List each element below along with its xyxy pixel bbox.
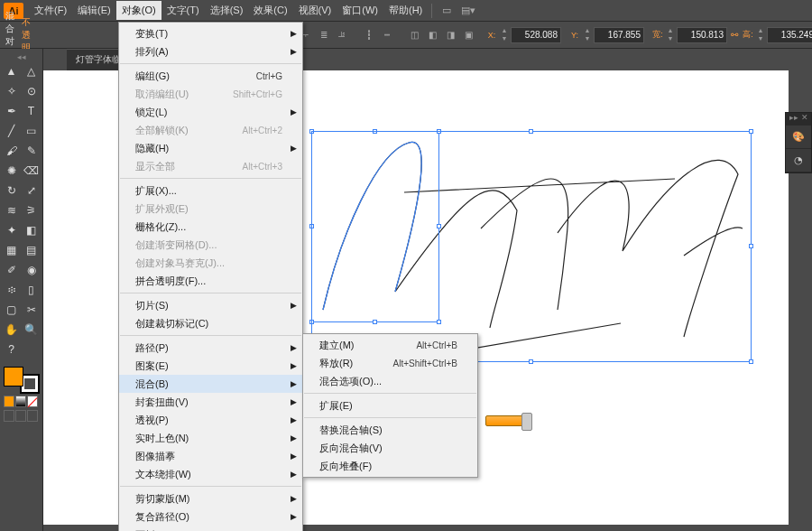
x-input[interactable] [511,27,561,43]
tool-line[interactable]: ╱ [2,121,22,141]
tool-eraser[interactable]: ⌫ [22,161,42,181]
y-up[interactable]: ▲ [583,27,592,35]
tool-blob[interactable]: ✺ [2,161,22,181]
tool-scale[interactable]: ⤢ [22,181,42,200]
dock-header[interactable]: ▸▸ ✕ [786,113,811,126]
object-menu-item-26[interactable]: 图像描摹▶ [119,447,302,465]
object-menu-item-17[interactable]: 切片(S)▶ [119,296,302,314]
color-swatch[interactable] [4,367,40,394]
object-menu-item-20[interactable]: 路径(P)▶ [119,339,302,357]
tool-wand[interactable]: ✧ [2,81,22,101]
tool-rect[interactable]: ▭ [22,121,42,141]
y-down[interactable]: ▼ [583,35,592,43]
menubar-item-0[interactable]: 文件(F) [29,1,72,20]
object-menu-item-21[interactable]: 图案(E)▶ [119,357,302,375]
tool-pen[interactable]: ✒ [2,101,22,121]
menubar-item-8[interactable]: 帮助(H) [383,1,428,20]
intersect-icon[interactable]: ◨ [442,27,458,43]
menubar-item-2[interactable]: 对象(O) [116,1,161,20]
menubar-item-3[interactable]: 文字(T) [161,1,205,20]
object-menu-item-15[interactable]: 拼合透明度(F)... [119,272,302,290]
draw-normal[interactable] [4,410,14,422]
tool-shape[interactable]: ✦ [2,220,22,240]
fill-swatch[interactable] [4,367,23,387]
unite-icon[interactable]: ◫ [406,27,422,43]
object-menu-item-3[interactable]: 编组(G)Ctrl+G [119,67,302,85]
tool-slice[interactable]: ✂ [22,300,42,320]
tool-width[interactable]: ≋ [2,200,22,220]
tool-select[interactable]: ▲ [2,61,22,81]
tool-blend[interactable]: ◉ [22,260,42,280]
toolbar-collapse-icon[interactable]: ◂◂ [2,52,42,61]
tool-type[interactable]: T [22,101,42,121]
object-menu-item-5[interactable]: 锁定(L)▶ [119,103,302,121]
object-menu-item-25[interactable]: 实时上色(N)▶ [119,429,302,447]
blend-menu-item-8[interactable]: 反向堆叠(F) [303,457,477,475]
blend-menu-item-6[interactable]: 替换混合轴(S) [303,421,477,439]
dist-v-icon[interactable]: ┅ [379,27,395,43]
menubar-item-5[interactable]: 效果(C) [248,1,292,20]
tool-gradient[interactable]: ▤ [22,240,42,260]
h-up[interactable]: ▲ [756,27,765,35]
menubar-item-1[interactable]: 编辑(E) [72,1,116,20]
menubar-item-6[interactable]: 视图(V) [293,1,337,20]
y-input[interactable] [594,27,644,43]
mode-color[interactable] [4,396,14,407]
tool-direct[interactable]: △ [22,61,42,81]
tool-tint[interactable]: ◧ [22,220,42,240]
h-input[interactable] [767,27,812,43]
w-input[interactable] [677,27,727,43]
arrange-icon[interactable]: ▤▾ [459,4,477,18]
object-menu-item-10[interactable]: 扩展(X)... [119,182,302,200]
dist-h-icon[interactable]: ┇ [361,27,377,43]
tool-eyedrop[interactable]: ✐ [2,260,22,280]
x-down[interactable]: ▼ [500,35,509,43]
link-wh-icon[interactable]: ⚯ [731,27,738,43]
align-vcenter-icon[interactable]: ≣ [316,27,332,43]
object-menu-item-30[interactable]: 复合路径(O)▶ [119,508,302,526]
tool-graph[interactable]: ▯ [22,280,42,300]
object-menu-item-0[interactable]: 变换(T)▶ [119,24,302,42]
w-down[interactable]: ▼ [666,35,675,43]
tool-mesh[interactable]: ▦ [2,240,22,260]
help-tool[interactable]: ? [2,340,22,359]
blend-menu-item-0[interactable]: 建立(M)Alt+Ctrl+B [303,336,477,354]
w-up[interactable]: ▲ [666,27,675,35]
blend-menu-item-2[interactable]: 混合选项(O)... [303,372,477,390]
draw-behind[interactable] [15,410,26,422]
mode-gradient[interactable] [15,396,26,407]
blend-menu-item-4[interactable]: 扩展(E) [303,396,477,415]
color-panel-icon[interactable]: 🎨 [786,126,811,149]
layout-icon[interactable]: ▭ [438,4,456,18]
object-menu-item-29[interactable]: 剪切蒙版(M)▶ [119,489,302,508]
tool-zoom[interactable]: 🔍 [22,320,42,340]
tool-hand[interactable]: ✋ [2,320,22,340]
draw-inside[interactable] [27,410,38,422]
h-down[interactable]: ▼ [756,35,765,43]
object-menu-item-31[interactable]: 画板(A)▶ [119,526,302,531]
object-menu-item-7[interactable]: 隐藏(H)▶ [119,139,302,157]
menubar-item-4[interactable]: 选择(S) [205,1,249,20]
blend-menu-item-7[interactable]: 反向混合轴(V) [303,439,477,457]
mode-none[interactable] [27,396,38,407]
object-menu-item-27[interactable]: 文本绕排(W)▶ [119,465,302,483]
swatches-panel-icon[interactable]: ◔ [786,149,811,172]
object-menu-item-24[interactable]: 透视(P)▶ [119,411,302,429]
object-menu-item-12[interactable]: 栅格化(Z)... [119,218,302,236]
exclude-icon[interactable]: ▣ [460,27,476,43]
object-menu-item-23[interactable]: 封套扭曲(V)▶ [119,393,302,411]
object-menu-item-18[interactable]: 创建裁切标记(C) [119,314,302,332]
tool-spray[interactable]: ፨ [2,280,22,300]
blend-handle[interactable] [485,415,532,426]
object-menu-item-22[interactable]: 混合(B)▶ [119,375,302,393]
tool-warp[interactable]: ⚞ [22,200,42,220]
align-bottom-icon[interactable]: ⫡ [334,27,350,43]
blend-menu-item-1[interactable]: 释放(R)Alt+Shift+Ctrl+B [303,354,477,372]
tool-pencil[interactable]: ✎ [22,141,42,161]
tool-lasso[interactable]: ⊙ [22,81,42,101]
tool-rotate[interactable]: ↻ [2,181,22,200]
x-up[interactable]: ▲ [500,27,509,35]
minus-icon[interactable]: ◧ [424,27,440,43]
selection-bbox-2[interactable] [311,131,752,362]
tool-artboard[interactable]: ▢ [2,300,22,320]
